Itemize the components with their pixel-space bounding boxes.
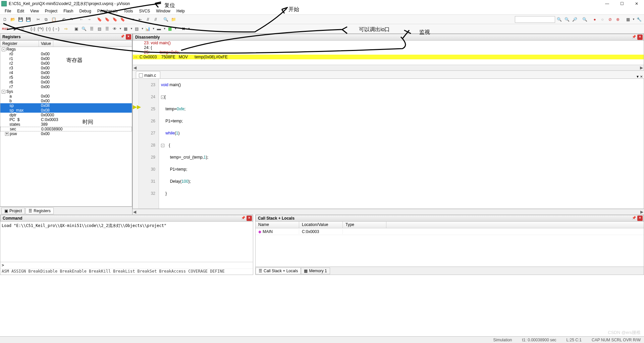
reg-group-regs[interactable]: -Regs: [0, 47, 132, 52]
reg-psw[interactable]: +psw0x00: [0, 131, 132, 136]
bookmark-icon[interactable]: 🔖: [96, 16, 103, 23]
find-scope-icon[interactable]: 🔍: [162, 16, 169, 23]
config-icon[interactable]: 🔧: [635, 16, 643, 23]
reg-r6[interactable]: r60x00: [0, 80, 132, 84]
tab-registers[interactable]: ☰ Registers: [25, 208, 54, 214]
watch-icon[interactable]: 👁: [111, 25, 118, 33]
save-all-icon[interactable]: 💾: [24, 16, 32, 23]
reg-r1[interactable]: r10x00: [0, 56, 132, 61]
reg-group-sys[interactable]: -Sys: [0, 89, 132, 94]
tab-project[interactable]: ▣ Project: [1, 208, 25, 214]
step-out-icon[interactable]: {↑}: [45, 25, 52, 33]
close-pane-icon[interactable]: ×: [247, 216, 252, 221]
analysis-icon[interactable]: 📊: [144, 25, 152, 33]
locals-row[interactable]: ◆MAINC:0x0003: [256, 228, 644, 235]
close-icon[interactable]: ✕: [640, 75, 643, 78]
menu-edit[interactable]: Edit: [14, 8, 27, 14]
new-file-icon[interactable]: 🗋: [1, 16, 9, 23]
undo-icon[interactable]: ↶: [60, 16, 67, 23]
trace-icon[interactable]: ▬: [155, 25, 163, 33]
serial-icon[interactable]: ▤: [133, 25, 141, 33]
nav-back-icon[interactable]: ←: [78, 16, 85, 23]
menu-flash[interactable]: Flash: [61, 8, 76, 14]
symbols-icon[interactable]: ☰: [88, 25, 95, 33]
reg-dptr[interactable]: dptr0x0000: [0, 113, 132, 117]
reg-PC  $[interactable]: PC $C:0x0003: [0, 117, 132, 122]
reg-r7[interactable]: r70x00: [0, 84, 132, 89]
breakpoint-enable-icon[interactable]: ○: [599, 16, 606, 23]
run-icon[interactable]: ▶: [11, 25, 19, 33]
show-next-icon[interactable]: ⇨: [62, 25, 70, 33]
command-output[interactable]: Load "E:\\C51_Keil_pro\\QX-mini51\\code\…: [0, 222, 253, 262]
memory-icon[interactable]: ▦: [122, 25, 129, 33]
tab-callstack[interactable]: ☰ Call Stack + Locals: [256, 268, 301, 274]
step-over-icon[interactable]: {↷}: [37, 25, 44, 33]
project-icon[interactable]: 📁: [170, 16, 177, 23]
close-pane-icon[interactable]: ×: [637, 216, 643, 221]
reg-b[interactable]: b0x00: [0, 99, 132, 103]
pin-icon[interactable]: 📌: [120, 35, 124, 38]
pin-icon[interactable]: 📌: [632, 35, 636, 39]
system-icon[interactable]: ▦: [166, 25, 174, 33]
run-to-cursor-icon[interactable]: {→}: [52, 25, 60, 33]
command-window-icon[interactable]: ▣: [72, 25, 80, 33]
bookmark-prev-icon[interactable]: 🔖: [103, 16, 111, 23]
reg-r0[interactable]: r00x00: [0, 52, 132, 56]
toolbox-icon[interactable]: ✖: [180, 25, 187, 33]
tab-main-c[interactable]: main.c: [136, 71, 160, 78]
debug-icon[interactable]: 🔍: [581, 16, 588, 23]
redo-icon[interactable]: ↷: [68, 16, 75, 23]
reg-r2[interactable]: r20x00: [0, 61, 132, 66]
reg-sec[interactable]: sec0.00038900: [0, 127, 132, 131]
reg-sp_max[interactable]: sp_max0x08: [0, 108, 132, 113]
menu-tools[interactable]: Tools: [121, 8, 136, 14]
registers-icon[interactable]: ▤: [96, 25, 103, 33]
step-in-icon[interactable]: {↓}: [29, 25, 37, 33]
reg-a[interactable]: a0x00: [0, 94, 132, 99]
close-pane-icon[interactable]: ×: [126, 34, 131, 40]
reset-icon[interactable]: RST: [1, 25, 9, 33]
indent-icon[interactable]: ⇥: [129, 16, 136, 23]
breakpoint-disable-icon[interactable]: ⊘: [606, 16, 614, 23]
incremental-icon[interactable]: 🔎: [571, 16, 578, 23]
reg-r5[interactable]: r50x00: [0, 75, 132, 80]
menu-svcs[interactable]: SVCS: [137, 8, 153, 14]
reg-states[interactable]: states389: [0, 122, 132, 127]
nav-fwd-icon[interactable]: →: [86, 16, 93, 23]
pin-icon[interactable]: 📌: [632, 216, 636, 220]
tab-memory1[interactable]: ▦ Memory 1: [301, 268, 330, 274]
menu-project[interactable]: Project: [42, 8, 60, 14]
reg-r4[interactable]: r40x00: [0, 70, 132, 75]
save-icon[interactable]: 💾: [17, 16, 24, 23]
minimize-button[interactable]: —: [600, 0, 614, 7]
outdent-icon[interactable]: ⇤: [137, 16, 144, 23]
uncomment-icon[interactable]: //: [152, 16, 159, 23]
paste-icon[interactable]: 📋: [50, 16, 57, 23]
reg-sp[interactable]: sp0x08: [0, 103, 132, 108]
menu-help[interactable]: Help: [174, 8, 187, 14]
menu-file[interactable]: File: [2, 8, 14, 14]
command-prompt[interactable]: >: [0, 262, 253, 269]
breakpoint-insert-icon[interactable]: ●: [591, 16, 598, 23]
maximize-button[interactable]: ☐: [614, 0, 629, 7]
scrollbar-h[interactable]: ◀▶: [133, 65, 644, 70]
breakpoint-kill-icon[interactable]: ⊗: [614, 16, 622, 23]
reg-r3[interactable]: r30x00: [0, 66, 132, 70]
registers-tree[interactable]: -Regs r00x00 r10x00 r20x00 r30x00 r40x00…: [0, 47, 132, 207]
pin-icon[interactable]: 📌: [241, 216, 245, 220]
callstack-icon[interactable]: ☰: [103, 25, 111, 33]
menu-debug[interactable]: Debug: [77, 8, 94, 14]
bookmark-clear-icon[interactable]: 🔖: [119, 16, 126, 23]
menu-peripherals[interactable]: Peripherals: [95, 8, 120, 14]
close-pane-icon[interactable]: ×: [637, 35, 643, 40]
cut-icon[interactable]: ✂: [35, 16, 42, 23]
code-editor[interactable]: 23242526272829303132 void main()-{ temp=…: [132, 79, 644, 209]
find-all-icon[interactable]: 🔍: [563, 16, 571, 23]
stop-icon[interactable]: ⊘: [19, 25, 26, 33]
menu-view[interactable]: View: [28, 8, 42, 14]
locals-body[interactable]: ◆MAINC:0x0003: [256, 228, 644, 267]
window-icon[interactable]: ▦: [624, 16, 632, 23]
close-button[interactable]: ✕: [629, 0, 644, 7]
find-input[interactable]: [515, 16, 555, 23]
disassembly-body[interactable]: 23: void main() 24: { 25: temp=0xfe;⇨C:0…: [133, 41, 644, 65]
